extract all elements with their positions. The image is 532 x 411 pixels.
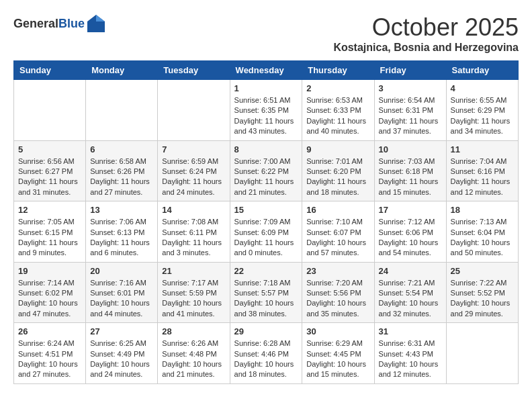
calendar-cell: 30Sunrise: 6:29 AM Sunset: 4:45 PM Dayli…	[302, 323, 374, 384]
calendar-cell: 20Sunrise: 7:16 AM Sunset: 6:01 PM Dayli…	[86, 262, 158, 323]
day-number: 27	[90, 326, 153, 336]
calendar-week-row: 1Sunrise: 6:51 AM Sunset: 6:35 PM Daylig…	[14, 80, 519, 141]
day-number: 2	[306, 83, 369, 93]
day-number: 12	[18, 205, 81, 215]
day-info: Sunrise: 6:31 AM Sunset: 4:43 PM Dayligh…	[379, 338, 442, 380]
day-info: Sunrise: 6:55 AM Sunset: 6:29 PM Dayligh…	[451, 95, 514, 137]
day-number: 16	[306, 205, 369, 215]
day-info: Sunrise: 6:26 AM Sunset: 4:48 PM Dayligh…	[162, 338, 225, 380]
calendar-cell: 29Sunrise: 6:28 AM Sunset: 4:46 PM Dayli…	[230, 323, 302, 384]
day-info: Sunrise: 7:06 AM Sunset: 6:13 PM Dayligh…	[90, 217, 153, 259]
day-info: Sunrise: 7:14 AM Sunset: 6:02 PM Dayligh…	[18, 278, 81, 320]
day-number: 26	[18, 326, 81, 336]
calendar-cell	[86, 80, 158, 141]
day-info: Sunrise: 6:53 AM Sunset: 6:33 PM Dayligh…	[306, 95, 369, 137]
logo-icon	[86, 13, 106, 34]
calendar-cell: 23Sunrise: 7:20 AM Sunset: 5:56 PM Dayli…	[302, 262, 374, 323]
day-info: Sunrise: 7:12 AM Sunset: 6:06 PM Dayligh…	[379, 217, 442, 259]
calendar-cell: 26Sunrise: 6:24 AM Sunset: 4:51 PM Dayli…	[14, 323, 86, 384]
day-info: Sunrise: 7:22 AM Sunset: 5:52 PM Dayligh…	[451, 278, 514, 320]
day-number: 9	[306, 144, 369, 154]
day-info: Sunrise: 6:58 AM Sunset: 6:26 PM Dayligh…	[90, 156, 153, 198]
logo-blue-text: Blue	[58, 17, 85, 30]
day-header-tuesday: Tuesday	[158, 61, 230, 80]
calendar-cell: 13Sunrise: 7:06 AM Sunset: 6:13 PM Dayli…	[86, 201, 158, 263]
day-number: 7	[162, 144, 225, 154]
day-info: Sunrise: 7:10 AM Sunset: 6:07 PM Dayligh…	[306, 217, 369, 259]
calendar-cell: 22Sunrise: 7:18 AM Sunset: 5:57 PM Dayli…	[230, 262, 302, 323]
day-info: Sunrise: 7:04 AM Sunset: 6:16 PM Dayligh…	[451, 156, 514, 198]
day-number: 20	[90, 266, 153, 276]
day-info: Sunrise: 7:18 AM Sunset: 5:57 PM Dayligh…	[234, 278, 298, 320]
day-info: Sunrise: 7:17 AM Sunset: 5:59 PM Dayligh…	[162, 278, 225, 320]
day-number: 1	[234, 83, 298, 93]
day-info: Sunrise: 6:54 AM Sunset: 6:31 PM Dayligh…	[379, 95, 442, 137]
title-section: October 2025 Kostajnica, Bosnia and Herz…	[333, 13, 519, 54]
day-info: Sunrise: 6:56 AM Sunset: 6:27 PM Dayligh…	[18, 156, 81, 198]
day-number: 24	[379, 266, 442, 276]
header: GeneralBlue October 2025 Kostajnica, Bos…	[13, 13, 519, 54]
calendar-cell: 5Sunrise: 6:56 AM Sunset: 6:27 PM Daylig…	[14, 140, 86, 201]
calendar-cell: 11Sunrise: 7:04 AM Sunset: 6:16 PM Dayli…	[446, 140, 518, 201]
day-number: 3	[379, 83, 442, 93]
day-info: Sunrise: 7:01 AM Sunset: 6:20 PM Dayligh…	[306, 156, 369, 198]
day-number: 17	[379, 205, 442, 215]
day-header-wednesday: Wednesday	[230, 61, 302, 80]
calendar-cell: 1Sunrise: 6:51 AM Sunset: 6:35 PM Daylig…	[230, 80, 302, 141]
calendar-table: SundayMondayTuesdayWednesdayThursdayFrid…	[13, 60, 519, 384]
calendar-cell: 4Sunrise: 6:55 AM Sunset: 6:29 PM Daylig…	[446, 80, 518, 141]
day-number: 29	[234, 326, 298, 336]
day-number: 21	[162, 266, 225, 276]
calendar-cell: 15Sunrise: 7:09 AM Sunset: 6:09 PM Dayli…	[230, 201, 302, 263]
calendar-cell: 8Sunrise: 7:00 AM Sunset: 6:22 PM Daylig…	[230, 140, 302, 201]
calendar-week-row: 19Sunrise: 7:14 AM Sunset: 6:02 PM Dayli…	[14, 262, 519, 323]
day-info: Sunrise: 7:05 AM Sunset: 6:15 PM Dayligh…	[18, 217, 81, 259]
day-number: 14	[162, 205, 225, 215]
calendar-cell: 19Sunrise: 7:14 AM Sunset: 6:02 PM Dayli…	[14, 262, 86, 323]
calendar-cell: 14Sunrise: 7:08 AM Sunset: 6:11 PM Dayli…	[158, 201, 230, 263]
day-number: 30	[306, 326, 369, 336]
calendar-cell: 25Sunrise: 7:22 AM Sunset: 5:52 PM Dayli…	[446, 262, 518, 323]
day-info: Sunrise: 6:29 AM Sunset: 4:45 PM Dayligh…	[306, 338, 369, 380]
day-header-monday: Monday	[86, 61, 158, 80]
day-number: 31	[379, 326, 442, 336]
day-info: Sunrise: 6:24 AM Sunset: 4:51 PM Dayligh…	[18, 338, 81, 380]
calendar-cell: 28Sunrise: 6:26 AM Sunset: 4:48 PM Dayli…	[158, 323, 230, 384]
day-number: 23	[306, 266, 369, 276]
svg-marker-1	[96, 15, 105, 21]
day-number: 13	[90, 205, 153, 215]
day-number: 11	[451, 144, 514, 154]
day-header-friday: Friday	[374, 61, 446, 80]
day-info: Sunrise: 7:21 AM Sunset: 5:54 PM Dayligh…	[379, 278, 442, 320]
calendar-cell: 2Sunrise: 6:53 AM Sunset: 6:33 PM Daylig…	[302, 80, 374, 141]
calendar-cell: 10Sunrise: 7:03 AM Sunset: 6:18 PM Dayli…	[374, 140, 446, 201]
calendar-cell	[446, 323, 518, 384]
day-info: Sunrise: 7:09 AM Sunset: 6:09 PM Dayligh…	[234, 217, 298, 259]
day-number: 6	[90, 144, 153, 154]
calendar-cell	[158, 80, 230, 141]
day-info: Sunrise: 7:03 AM Sunset: 6:18 PM Dayligh…	[379, 156, 442, 198]
day-header-thursday: Thursday	[302, 61, 374, 80]
calendar-week-row: 26Sunrise: 6:24 AM Sunset: 4:51 PM Dayli…	[14, 323, 519, 384]
location-title: Kostajnica, Bosnia and Herzegovina	[333, 42, 519, 54]
calendar-cell: 6Sunrise: 6:58 AM Sunset: 6:26 PM Daylig…	[86, 140, 158, 201]
day-info: Sunrise: 6:59 AM Sunset: 6:24 PM Dayligh…	[162, 156, 225, 198]
calendar-cell: 31Sunrise: 6:31 AM Sunset: 4:43 PM Dayli…	[374, 323, 446, 384]
day-number: 8	[234, 144, 298, 154]
calendar-week-row: 5Sunrise: 6:56 AM Sunset: 6:27 PM Daylig…	[14, 140, 519, 201]
day-number: 15	[234, 205, 298, 215]
month-title: October 2025	[333, 13, 519, 42]
day-header-sunday: Sunday	[14, 61, 86, 80]
calendar-cell: 24Sunrise: 7:21 AM Sunset: 5:54 PM Dayli…	[374, 262, 446, 323]
calendar-cell: 3Sunrise: 6:54 AM Sunset: 6:31 PM Daylig…	[374, 80, 446, 141]
day-number: 19	[18, 266, 81, 276]
day-number: 22	[234, 266, 298, 276]
day-number: 25	[451, 266, 514, 276]
calendar-cell: 21Sunrise: 7:17 AM Sunset: 5:59 PM Dayli…	[158, 262, 230, 323]
day-number: 10	[379, 144, 442, 154]
calendar-cell: 9Sunrise: 7:01 AM Sunset: 6:20 PM Daylig…	[302, 140, 374, 201]
day-info: Sunrise: 7:08 AM Sunset: 6:11 PM Dayligh…	[162, 217, 225, 259]
logo-general-text: General	[13, 17, 58, 30]
calendar-cell	[14, 80, 86, 141]
day-info: Sunrise: 7:16 AM Sunset: 6:01 PM Dayligh…	[90, 278, 153, 320]
